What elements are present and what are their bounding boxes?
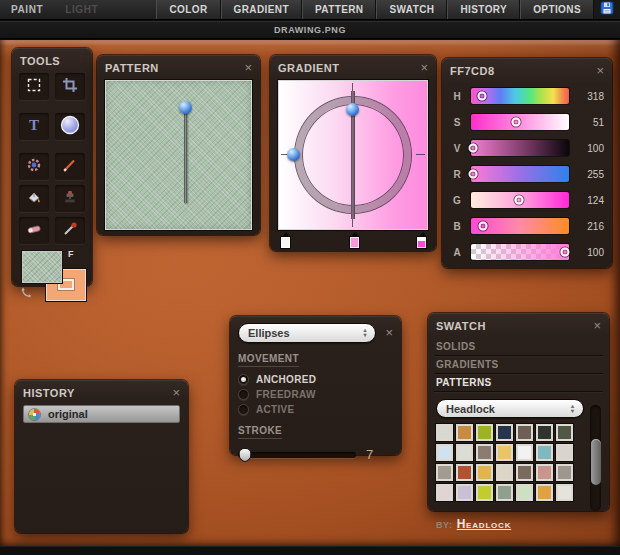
slider-track-v[interactable]	[471, 140, 569, 156]
slider-handle-v[interactable]	[468, 144, 477, 153]
gradient-stop-1[interactable]	[349, 236, 360, 249]
slider-track-g[interactable]	[471, 192, 569, 208]
stamp-tool[interactable]	[55, 185, 85, 212]
pattern-swatch-12[interactable]	[536, 444, 553, 461]
pattern-swatch-21[interactable]	[436, 484, 453, 501]
pattern-set-select[interactable]: Headlock ▴▾	[436, 399, 584, 418]
pattern-swatch-13[interactable]	[556, 444, 573, 461]
pattern-swatch-23[interactable]	[476, 484, 493, 501]
slider-track-r[interactable]	[471, 166, 569, 182]
slider-track-a[interactable]	[471, 244, 569, 260]
pattern-swatch-4[interactable]	[516, 424, 533, 441]
eyedropper-tool[interactable]	[55, 217, 85, 244]
section-patterns[interactable]: PATTERNS	[434, 374, 603, 392]
slider-label-b: B	[450, 221, 464, 232]
author-link[interactable]: Headlock	[457, 517, 512, 531]
pattern-swatch-10[interactable]	[496, 444, 513, 461]
pattern-swatch-26[interactable]	[536, 484, 553, 501]
slider-handle-g[interactable]	[515, 196, 524, 205]
crop-tool[interactable]	[55, 73, 85, 100]
pattern-swatch-15[interactable]	[456, 464, 473, 481]
close-icon[interactable]: ×	[420, 63, 428, 73]
save-button[interactable]	[594, 0, 620, 19]
close-icon[interactable]: ×	[596, 66, 604, 76]
slider-handle-h[interactable]	[477, 92, 486, 101]
radio-active[interactable]: ACTIVE	[238, 404, 393, 415]
slider-track-h[interactable]	[471, 88, 569, 104]
close-icon[interactable]: ×	[244, 63, 252, 73]
tab-options[interactable]: OPTIONS	[520, 0, 594, 19]
tab-swatch[interactable]: SWATCH	[376, 0, 447, 19]
pattern-swatch-5[interactable]	[536, 424, 553, 441]
history-panel-header: HISTORY ×	[23, 387, 180, 399]
tab-gradient[interactable]: GRADIENT	[221, 0, 302, 19]
pattern-swatch-25[interactable]	[516, 484, 533, 501]
gradient-stop-2[interactable]	[416, 236, 427, 249]
text-tool[interactable]: T	[19, 113, 49, 140]
stroke-value: 7	[366, 447, 373, 462]
brush-tool[interactable]	[55, 153, 85, 180]
tab-history[interactable]: HISTORY	[447, 0, 520, 19]
pattern-swatch-8[interactable]	[456, 444, 473, 461]
gradient-handle-left[interactable]	[287, 148, 300, 161]
paint-bucket-tool[interactable]	[19, 185, 49, 212]
brand-light[interactable]: LIGHT	[54, 0, 109, 19]
pattern-swatch-9[interactable]	[476, 444, 493, 461]
pattern-swatch-14[interactable]	[436, 464, 453, 481]
radio-anchored[interactable]: ANCHORED	[238, 374, 393, 385]
tab-color[interactable]: COLOR	[156, 0, 220, 19]
pattern-swatch-24[interactable]	[496, 484, 513, 501]
text-tool-icon: T	[26, 117, 42, 137]
pattern-swatch-7[interactable]	[436, 444, 453, 461]
close-icon[interactable]: ×	[385, 328, 393, 338]
slider-handle-a[interactable]	[561, 248, 570, 257]
slider-handle-b[interactable]	[478, 222, 487, 231]
slider-handle-s[interactable]	[512, 118, 521, 127]
slider-handle-r[interactable]	[468, 170, 477, 179]
pattern-swatch-3[interactable]	[496, 424, 513, 441]
marquee-select-tool[interactable]	[19, 73, 49, 100]
gradient-stop-0[interactable]	[280, 236, 291, 249]
gradient-preview[interactable]	[278, 80, 428, 230]
slider-label-v: V	[450, 143, 464, 154]
tab-pattern[interactable]: PATTERN	[302, 0, 377, 19]
pattern-swatch-2[interactable]	[476, 424, 493, 441]
gradient-handle-top[interactable]	[346, 103, 359, 116]
close-icon[interactable]: ×	[172, 388, 180, 398]
slider-track-b[interactable]	[471, 218, 569, 234]
tool-grid-spacer	[19, 105, 85, 108]
pattern-slider-handle[interactable]	[179, 101, 192, 114]
pattern-swatch-18[interactable]	[516, 464, 533, 481]
history-item-original[interactable]: original	[23, 405, 180, 423]
section-gradients[interactable]: GRADIENTS	[434, 356, 603, 374]
pattern-preview[interactable]	[105, 80, 252, 230]
pattern-swatch-17[interactable]	[496, 464, 513, 481]
pattern-swatch-11[interactable]	[516, 444, 533, 461]
pattern-swatch-1[interactable]	[456, 424, 473, 441]
pattern-swatch-22[interactable]	[456, 484, 473, 501]
radio-freedraw[interactable]: FREEDRAW	[238, 389, 393, 400]
close-icon[interactable]: ×	[593, 321, 601, 331]
section-solids[interactable]: SOLIDS	[434, 338, 603, 356]
swatch-scrollbar[interactable]	[590, 405, 601, 511]
pattern-swatch-0[interactable]	[436, 424, 453, 441]
gear-shape-tool[interactable]	[19, 153, 49, 180]
slider-track-s[interactable]	[471, 114, 569, 130]
pattern-swatch-20[interactable]	[556, 464, 573, 481]
slider-label-h: H	[450, 91, 464, 102]
pattern-swatch-6[interactable]	[556, 424, 573, 441]
pattern-swatch-16[interactable]	[476, 464, 493, 481]
stroke-slider[interactable]	[238, 452, 356, 458]
foreground-swatch[interactable]	[22, 251, 62, 283]
eraser-tool[interactable]	[19, 217, 49, 244]
brand-paint[interactable]: PAINT	[0, 0, 54, 19]
scrollbar-thumb[interactable]	[591, 439, 601, 485]
shape-select[interactable]: Ellipses ▴▾	[238, 323, 376, 343]
pattern-swatch-19[interactable]	[536, 464, 553, 481]
stroke-slider-handle[interactable]	[239, 448, 252, 462]
ellipse-tool[interactable]	[55, 113, 85, 140]
pattern-swatch-27[interactable]	[556, 484, 573, 501]
radio-dot-icon	[238, 389, 249, 400]
tool-grid-spacer	[19, 145, 85, 148]
swap-colors-icon[interactable]	[20, 285, 34, 303]
